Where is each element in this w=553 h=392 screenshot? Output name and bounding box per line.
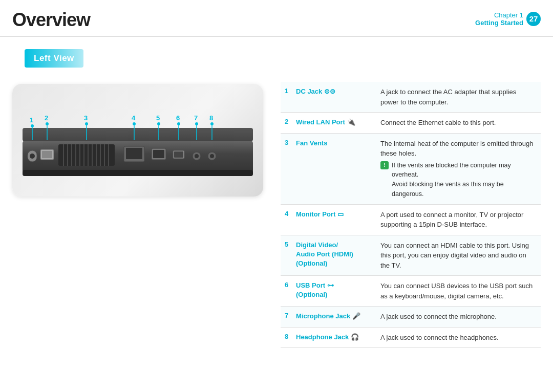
warning-text: If the vents are blocked the computer ma… xyxy=(392,161,536,199)
table-row: 8 Headphone Jack 🎧 A jack used to connec… xyxy=(281,327,541,348)
port-name: USB Port ⊶(Optional) xyxy=(292,276,376,307)
row-number: 1 xyxy=(281,82,292,113)
page-header: Overview Chapter 1 Getting Started 27 xyxy=(0,0,553,37)
port-name: DC Jack ⊜⊜ xyxy=(292,82,376,113)
row-number: 4 xyxy=(281,204,292,235)
svg-text:1: 1 xyxy=(30,116,33,124)
svg-text:8: 8 xyxy=(209,114,213,122)
warning-box: ! If the vents are blocked the computer … xyxy=(380,161,536,199)
port-name: Wired LAN Port 🔌 xyxy=(292,113,376,134)
port-description: A port used to connect a monitor, TV or … xyxy=(376,204,541,235)
svg-text:6: 6 xyxy=(176,114,180,122)
svg-text:5: 5 xyxy=(156,114,160,122)
section-bar: Left View xyxy=(25,49,83,68)
svg-point-34 xyxy=(46,122,49,125)
svg-point-4 xyxy=(30,154,35,159)
svg-point-52 xyxy=(210,122,214,125)
chapter-label: Chapter 1 Getting Started xyxy=(475,11,523,27)
svg-point-27 xyxy=(195,154,199,158)
svg-text:3: 3 xyxy=(84,114,88,122)
svg-rect-21 xyxy=(126,148,142,159)
svg-rect-19 xyxy=(42,151,52,158)
svg-text:2: 2 xyxy=(45,114,48,122)
port-description: The internal heat of the computer is emi… xyxy=(376,133,541,204)
table-row: 4 Monitor Port ▭ A port used to connect … xyxy=(281,204,541,235)
port-name: Monitor Port ▭ xyxy=(292,204,376,235)
port-name: Microphone Jack 🎤 xyxy=(292,307,376,328)
right-panel: 1 DC Jack ⊜⊜ A jack to connect the AC ad… xyxy=(281,79,541,392)
port-name: Headphone Jack 🎧 xyxy=(292,327,376,348)
table-row: 2 Wired LAN Port 🔌 Connect the Ethernet … xyxy=(281,113,541,134)
svg-point-46 xyxy=(177,122,180,125)
port-name: Fan Vents xyxy=(292,133,376,204)
svg-point-49 xyxy=(195,122,198,125)
svg-point-43 xyxy=(157,122,160,125)
laptop-svg: 1 2 3 4 5 6 xyxy=(12,89,263,191)
svg-rect-23 xyxy=(153,150,164,158)
table-row: 5 Digital Video/Audio Port (HDMI)(Option… xyxy=(281,235,541,276)
page-title: Overview xyxy=(12,9,90,31)
svg-point-40 xyxy=(133,122,136,125)
svg-text:7: 7 xyxy=(194,114,198,122)
info-table: 1 DC Jack ⊜⊜ A jack to connect the AC ad… xyxy=(281,82,541,348)
port-description: You can connect USB devices to the USB p… xyxy=(376,276,541,307)
row-number: 8 xyxy=(281,327,292,348)
row-number: 6 xyxy=(281,276,292,307)
svg-point-31 xyxy=(31,124,34,127)
svg-rect-1 xyxy=(23,128,253,141)
table-row: 1 DC Jack ⊜⊜ A jack to connect the AC ad… xyxy=(281,82,541,113)
row-number: 2 xyxy=(281,113,292,134)
svg-point-29 xyxy=(210,154,214,158)
row-number: 7 xyxy=(281,307,292,328)
port-description: A jack used to connect the microphone. xyxy=(376,307,541,328)
table-row: 7 Microphone Jack 🎤 A jack used to conne… xyxy=(281,307,541,328)
main-content: 1 2 3 4 5 6 xyxy=(0,79,553,392)
left-panel: 1 2 3 4 5 6 xyxy=(12,79,268,392)
svg-rect-2 xyxy=(23,170,253,176)
row-number: 3 xyxy=(281,133,292,204)
svg-text:4: 4 xyxy=(132,114,136,122)
port-description: You can connect an HDMI cable to this po… xyxy=(376,235,541,276)
row-number: 5 xyxy=(281,235,292,276)
chapter-number: 27 xyxy=(526,12,541,26)
svg-point-37 xyxy=(85,122,88,125)
port-description: A jack used to connect the headphones. xyxy=(376,327,541,348)
svg-rect-25 xyxy=(174,151,183,158)
chapter-info: Chapter 1 Getting Started 27 xyxy=(475,9,541,27)
laptop-illustration: 1 2 3 4 5 6 xyxy=(12,84,263,197)
section-label: Left View xyxy=(34,53,74,63)
table-row: 6 USB Port ⊶(Optional) You can connect U… xyxy=(281,276,541,307)
table-row: 3 Fan Vents The internal heat of the com… xyxy=(281,133,541,204)
svg-rect-5 xyxy=(58,144,115,166)
warning-icon: ! xyxy=(380,161,389,169)
port-name: Digital Video/Audio Port (HDMI)(Optional… xyxy=(292,235,376,276)
port-description: A jack to connect the AC adapter that su… xyxy=(376,82,541,113)
port-description: Connect the Ethernet cable to this port. xyxy=(376,113,541,134)
